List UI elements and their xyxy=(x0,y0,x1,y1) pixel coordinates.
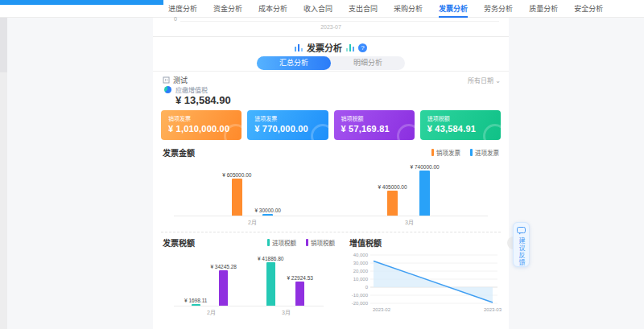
line-plot: 40,00030,00020,00010,0000-10,000-20,0002… xyxy=(346,249,507,321)
help-icon[interactable]: ? xyxy=(358,43,367,52)
bar-value-label: ¥ 605000.00 xyxy=(222,172,251,178)
chevron-down-icon[interactable]: ⌄ xyxy=(499,2,506,11)
invoice-amount-chart: 发票金额 销项发票进项发票 ¥ 605000.00¥ 30000.00¥ 405… xyxy=(153,146,509,226)
stat-card-2: 销项税额¥ 57,169.81 xyxy=(334,110,415,140)
tab-summary-analysis[interactable]: 汇总分析 xyxy=(257,56,331,70)
divider xyxy=(153,36,509,37)
date-filter[interactable]: 所有日期 ⌄ xyxy=(468,76,501,84)
bar-value-label: ¥ 22924.53 xyxy=(287,275,313,281)
svg-text:30,000: 30,000 xyxy=(353,261,369,265)
x-axis-label: 3月 xyxy=(282,308,291,316)
window-edge-shade xyxy=(0,8,7,72)
bar-chart-deco-icon xyxy=(346,43,354,51)
bar-value-label: ¥ 1698.11 xyxy=(184,298,207,303)
bar-进项税额 xyxy=(192,304,200,306)
x-axis-label: 3月 xyxy=(405,218,414,226)
stat-card-0: 销项发票¥ 1,010,000.00 xyxy=(161,110,242,140)
bar-进项税额 xyxy=(266,262,275,306)
invoice-tax-chart: 发票税额 进项税额销项税额 ¥ 1698.11¥ 34245.28¥ 41886… xyxy=(153,236,345,316)
chart-legend: 销项发票进项发票 xyxy=(431,148,499,157)
svg-text:-10,000: -10,000 xyxy=(352,293,369,298)
fragment-x-label: 2023-07 xyxy=(153,24,509,30)
bar-group-3月: ¥ 405000.00¥ 740000.00 xyxy=(378,162,439,216)
svg-text:2023-02: 2023-02 xyxy=(373,307,391,312)
chat-bubble-icon xyxy=(517,227,526,235)
stat-card-3: 进项税额¥ 43,584.91 xyxy=(420,110,501,140)
card-label: 销项税额 xyxy=(341,114,407,122)
x-axis-labels: 2月3月 xyxy=(174,306,324,316)
bar-进项发票 xyxy=(419,171,430,216)
bar-group-2月: ¥ 1698.11¥ 34245.28 xyxy=(184,253,237,306)
feedback-label: 建议反馈 xyxy=(517,237,526,266)
pie-icon xyxy=(164,86,171,93)
bar-销项税额 xyxy=(219,270,228,306)
stat-cards: 销项发票¥ 1,010,000.00进项发票¥ 770,000.00销项税额¥ … xyxy=(161,110,501,140)
bar-chart-deco-icon xyxy=(295,43,303,51)
nav-tab-3[interactable]: 收入合同 xyxy=(303,0,332,18)
chart-title: 发票税额 xyxy=(163,236,195,249)
feedback-button[interactable]: 建议反馈 xyxy=(513,222,530,267)
nav-tab-2[interactable]: 成本分析 xyxy=(258,0,287,18)
legend-item[interactable]: 进项税额 xyxy=(267,238,296,247)
vat-summary: 应缴增值税 xyxy=(164,85,208,94)
legend-item[interactable]: 销项发票 xyxy=(431,148,460,157)
chart-title: 发票金额 xyxy=(163,146,195,158)
nav-tab-1[interactable]: 资金分析 xyxy=(213,0,242,18)
vat-line-chart: 增值税额 40,00030,00020,00010,0000-10,000-20… xyxy=(346,236,507,321)
svg-text:40,000: 40,000 xyxy=(353,253,369,257)
bar-value-label: ¥ 34245.28 xyxy=(210,264,237,269)
view-tabs: 汇总分析 明细分析 xyxy=(153,56,509,70)
nav-tabs: 进度分析资金分析成本分析收入合同支出合同采购分析发票分析劳务分析质量分析安全分析 xyxy=(168,0,603,18)
building-icon xyxy=(163,76,170,84)
nav-tab-4[interactable]: 支出合同 xyxy=(349,0,378,18)
vat-label: 应缴增值税 xyxy=(175,85,208,94)
project-name: 测试 xyxy=(173,75,188,85)
bar-value-label: ¥ 405000.00 xyxy=(378,184,407,190)
fragment-gridline xyxy=(180,21,499,22)
main-panel: 0 2023-07 发票分析 ? 汇总分析 明细分析 测试 所有日期 ⌄ 应缴增… xyxy=(153,18,509,329)
bar-value-label: ¥ 30000.00 xyxy=(254,208,281,213)
x-axis-label: 2月 xyxy=(207,308,216,316)
legend-item[interactable]: 进项发票 xyxy=(470,148,499,157)
card-label: 进项税额 xyxy=(427,114,493,122)
x-axis-label: 2月 xyxy=(248,218,257,226)
tab-detail-analysis[interactable]: 明细分析 xyxy=(331,56,405,70)
stat-card-1: 进项发票¥ 770,000.00 xyxy=(247,110,328,140)
svg-text:10,000: 10,000 xyxy=(353,277,369,282)
bar-value-label: ¥ 41886.80 xyxy=(258,256,284,261)
svg-text:2023-03: 2023-03 xyxy=(484,307,502,312)
bar-进项发票 xyxy=(262,214,273,216)
chart-title: 增值税额 xyxy=(346,236,382,249)
nav-tab-5[interactable]: 采购分析 xyxy=(394,0,423,18)
card-label: 销项发票 xyxy=(168,114,234,122)
divider xyxy=(161,232,501,232)
nav-tab-0[interactable]: 进度分析 xyxy=(168,0,197,18)
svg-text:20,000: 20,000 xyxy=(353,269,369,273)
x-axis-labels: 2月3月 xyxy=(174,216,488,226)
divider xyxy=(153,71,509,72)
page-title: 发票分析 xyxy=(307,41,342,54)
bar-value-label: ¥ 740000.00 xyxy=(411,164,440,170)
chart-legend: 进项税额销项税额 xyxy=(267,238,335,247)
header-accent-bar xyxy=(0,0,163,5)
bar-group-2月: ¥ 605000.00¥ 30000.00 xyxy=(222,162,281,216)
bar-销项发票 xyxy=(387,191,398,216)
bar-销项税额 xyxy=(295,282,304,306)
nav-tab-9[interactable]: 安全分析 xyxy=(574,0,603,18)
vat-value: ¥ 13,584.90 xyxy=(175,94,231,106)
bar-plot: ¥ 1698.11¥ 34245.28¥ 41886.80¥ 22924.53 xyxy=(174,253,324,306)
fragment-axis-tick: 0 xyxy=(174,16,177,22)
svg-text:-20,000: -20,000 xyxy=(352,301,369,306)
project-selector[interactable]: 测试 xyxy=(163,75,188,85)
nav-tab-8[interactable]: 质量分析 xyxy=(529,0,558,18)
bar-销项发票 xyxy=(232,179,242,216)
bar-plot: ¥ 605000.00¥ 30000.00¥ 405000.00¥ 740000… xyxy=(174,162,488,216)
legend-item[interactable]: 销项税额 xyxy=(306,238,335,247)
card-label: 进项发票 xyxy=(254,114,320,122)
page-title-row: 发票分析 ? xyxy=(153,41,509,54)
svg-text:0: 0 xyxy=(365,285,369,290)
bar-group-3月: ¥ 41886.80¥ 22924.53 xyxy=(258,253,313,306)
nav-tab-6[interactable]: 发票分析 xyxy=(439,0,468,18)
